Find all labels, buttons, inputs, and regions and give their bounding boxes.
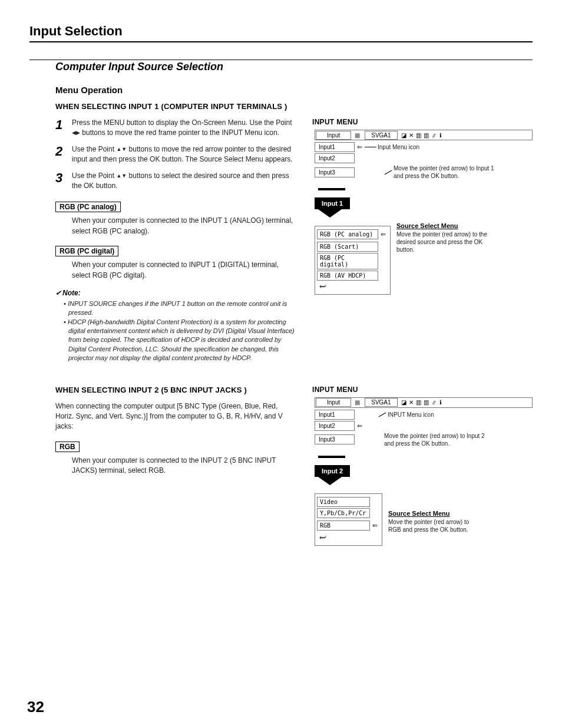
pointer-arrow-icon: ⇐ [381,230,386,238]
rgb-analog-label: RGB (PC analog) [55,202,121,212]
step-2: 2 Use the Point ▲▼ buttons to move the r… [55,144,300,165]
step-1: 1 Press the MENU button to display the O… [55,118,300,139]
up-down-arrow-icon: ▲▼ [116,173,127,179]
note-item: • HDCP (High-bandwidth Digital Content P… [64,318,299,363]
thin-rule [29,60,533,60]
source-select-title: Source Select Menu [388,510,482,517]
source-item: Video [317,497,370,507]
menu-top-bar: Input ▦ SVGA1 ◪✕▥▥⫽ℹ [315,397,533,408]
input-menu-label-2: INPUT MENU [312,386,533,394]
bnc-intro: When connecting the computer output [5 B… [55,401,297,432]
page-number: 32 [27,698,44,716]
source-item: Y,Pb/Cb,Pr/Cr [317,508,370,518]
icon: ▥ [424,399,429,406]
input-menu-label-1: INPUT MENU [312,118,533,126]
rgb-analog-desc: When your computer is connected to the I… [72,216,296,236]
left-right-arrow-icon: ◀▶ [72,130,80,136]
source-item: RGB (PC analog) [317,229,378,239]
input-2-block: Input 2 [315,465,350,477]
icon: ◪ [401,132,406,139]
icon: ⫽ [431,399,437,406]
black-bar [318,188,345,190]
title-rule [29,41,533,42]
step-number: 3 [55,171,72,192]
input-list-item: Input2 [315,153,355,163]
icon: ✕ [409,399,414,406]
input-list-item: Input1 [315,142,355,152]
note-item: • INPUT SOURCE changes if the INPUT 1 bu… [64,299,299,318]
top-icons: ◪✕▥▥⫽ℹ [401,399,442,406]
source-item: RGB (AV HDCP) [317,271,378,281]
when-selecting-1: WHEN SELECTING INPUT 1 (COMPUTER INPUT T… [55,102,533,111]
info-icon: ℹ [439,132,442,139]
step-text-b: buttons to move the red frame pointer to… [80,129,279,137]
menu-icon: ▦ [353,399,361,406]
source-select-box: Video Y,Pb/Cb,Pr/Cr RGB⇐ ⮨ [315,493,382,546]
rgb-digital-desc: When your computer is connected to INPUT… [72,260,296,281]
menu-operation-heading: Menu Operation [55,85,533,95]
menu-top-bar: Input ▦ SVGA1 ◪✕▥▥⫽ℹ [315,130,533,140]
exit-icon: ⮨ [317,282,388,292]
note-list: • INPUT SOURCE changes if the INPUT 1 bu… [64,299,299,363]
icon: ▥ [416,132,421,139]
step-text: Use the Point ▲▼ buttons to move the red… [72,144,300,165]
input-list-item: Input3 [315,434,355,444]
annotation-move-pointer: Move the pointer (red arrow) to Input 2 … [384,432,490,447]
step-text-a: Use the Point [72,172,116,180]
top-icons: ◪✕▥▥⫽ℹ [401,132,442,139]
annotation-source-select: Move the pointer (red arrow) to RGB and … [388,518,482,533]
note-head-text: Note: [62,289,81,297]
step-text-a: Use the Point [72,145,116,153]
annotation-move-pointer: Move the pointer (red arrow) to Input 1 … [394,164,500,180]
source-item: RGB [317,521,370,531]
source-item: RGB (PC digital) [317,253,378,269]
icon: ◪ [401,399,406,406]
source-select-box: RGB (PC analog)⇐ RGB (Scart) RGB (PC dig… [315,226,391,295]
icon: ✕ [409,132,414,139]
when-selecting-2: WHEN SELECTING INPUT 2 (5 BNC INPUT JACK… [55,386,300,394]
input-menu-diagram-1: Input ▦ SVGA1 ◪✕▥▥⫽ℹ Input1 ⇐ Input Menu… [315,130,533,295]
info-icon: ℹ [439,399,442,406]
down-arrow-icon [318,209,342,218]
exit-icon: ⮨ [317,533,380,543]
menu-icon: ▦ [353,131,361,139]
rgb-digital-label: RGB (PC digital) [55,246,118,256]
input-menu-diagram-2: Input ▦ SVGA1 ◪✕▥▥⫽ℹ Input1 INPUT Menu i… [315,397,533,546]
source-select-title: Source Select Menu [396,222,491,229]
step-text: Press the MENU button to display the On-… [72,118,300,139]
annotation-source-select: Move the pointer (red arrow) to the desi… [396,230,491,253]
menu-tab-input: Input [316,131,351,140]
input-list-item: Input1 [315,410,355,420]
pointer-arrow-icon: ⇐ [372,522,378,529]
step-text: Use the Point ▲▼ buttons to select the d… [72,171,300,192]
step-text-a: Press the MENU button to display the On-… [72,118,292,127]
note-heading: ✔Note: [55,289,300,297]
source-item: RGB (Scart) [317,242,378,252]
black-bar [318,456,345,458]
rgb-desc: When your computer is connected to the I… [72,456,296,476]
input-1-block: Input 1 [315,197,350,209]
menu-tab-input: Input [316,398,351,407]
step-number: 1 [55,118,72,139]
icon: ▥ [416,399,421,406]
pointer-arrow-icon: ⇐ [357,143,362,151]
down-arrow-icon [318,477,342,485]
pointer-arrow-icon: ⇐ [357,422,362,430]
section-title: Input Selection [29,24,533,39]
check-icon: ✔ [55,289,61,297]
input-list-item: Input3 [315,167,355,177]
up-down-arrow-icon: ▲▼ [116,146,127,152]
rgb-label: RGB [55,442,80,452]
svga-label: SVGA1 [365,398,397,407]
annotation-input-menu-icon: Input Menu icon [378,143,419,151]
step-number: 2 [55,144,72,165]
input-list-item: Input2 [315,421,355,431]
step-3: 3 Use the Point ▲▼ buttons to select the… [55,171,300,192]
subsection-title: Computer Input Source Selection [55,61,533,73]
icon: ⫽ [431,132,437,139]
svga-label: SVGA1 [365,131,397,140]
icon: ▥ [424,132,429,139]
annotation-input-menu-icon: INPUT Menu icon [388,411,434,419]
